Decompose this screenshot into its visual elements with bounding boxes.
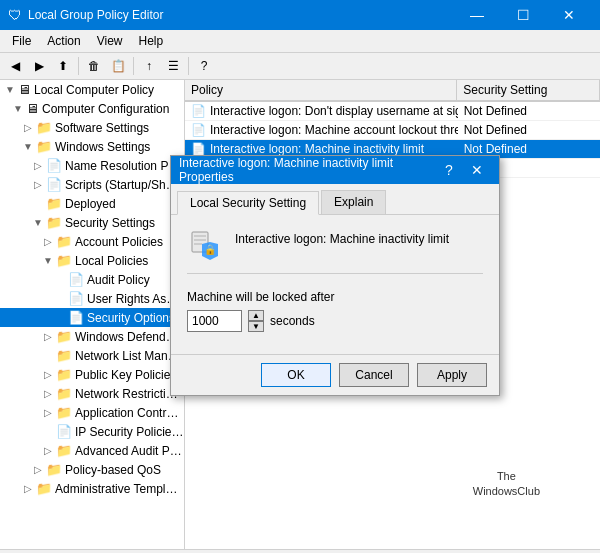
dialog-ok-button[interactable]: OK	[261, 363, 331, 387]
ss-icon: 📁	[36, 120, 52, 135]
sidebar-item-name-resolution[interactable]: ▷ 📄 Name Resolution Policy	[0, 156, 184, 175]
help-button[interactable]: ?	[193, 55, 215, 77]
dialog: Interactive logon: Machine inactivity li…	[170, 155, 500, 396]
nrp-expand-icon: ▷	[40, 388, 56, 399]
sidebar-item-software-settings[interactable]: ▷ 📁 Software Settings	[0, 118, 184, 137]
dialog-tabs: Local Security Setting Explain	[171, 184, 499, 215]
sidebar-item-deployed[interactable]: 📁 Deployed	[0, 194, 184, 213]
sidebar-item-public-key[interactable]: ▷ 📁 Public Key Policies	[0, 365, 184, 384]
sidebar-item-qos[interactable]: ▷ 📁 Policy-based QoS	[0, 460, 184, 479]
sidebar-item-security-settings[interactable]: ▼ 📁 Security Settings	[0, 213, 184, 232]
sidebar-item-account-policies[interactable]: ▷ 📁 Account Policies	[0, 232, 184, 251]
policy-row-1[interactable]: 📄 Interactive logon: Machine account loc…	[185, 121, 600, 140]
policy-setting-0: Not Defined	[458, 102, 600, 120]
lp-icon: 📁	[56, 253, 72, 268]
dialog-apply-button[interactable]: Apply	[417, 363, 487, 387]
dialog-title-controls: ? ✕	[435, 156, 491, 184]
sidebar-item-local-policies[interactable]: ▼ 📁 Local Policies	[0, 251, 184, 270]
sidebar-item-scripts[interactable]: ▷ 📄 Scripts (Startup/Shutdown)	[0, 175, 184, 194]
nr-label: Name Resolution Policy	[65, 159, 184, 173]
secsett-icon: 📁	[46, 215, 62, 230]
nl-label: Network List Manager...	[75, 349, 184, 363]
dialog-cancel-button[interactable]: Cancel	[339, 363, 409, 387]
qos-expand-icon: ▷	[30, 464, 46, 475]
export-button[interactable]: ↑	[138, 55, 160, 77]
nr-icon: 📄	[46, 158, 62, 173]
at-expand-icon: ▷	[20, 483, 36, 494]
security-setting-col-header: Security Setting	[457, 80, 600, 100]
pk-label: Public Key Policies	[75, 368, 176, 382]
dialog-policy-title: Interactive logon: Machine inactivity li…	[235, 227, 449, 248]
ws-expand-icon: ▼	[20, 141, 36, 152]
sidebar-item-windows-defender[interactable]: ▷ 📁 Windows Defender Fir...	[0, 327, 184, 346]
nl-expand-icon	[40, 350, 56, 361]
properties-button[interactable]: 📋	[107, 55, 129, 77]
menu-help[interactable]: Help	[131, 32, 172, 50]
menu-view[interactable]: View	[89, 32, 131, 50]
sidebar-item-network-restriction[interactable]: ▷ 📁 Network Restriction P...	[0, 384, 184, 403]
sc-icon: 📄	[46, 177, 62, 192]
dialog-header-row: 🔒 Interactive logon: Machine inactivity …	[187, 227, 483, 274]
sidebar-item-network-list[interactable]: 📁 Network List Manager...	[0, 346, 184, 365]
dialog-title-bar: Interactive logon: Machine inactivity li…	[171, 156, 499, 184]
menu-action[interactable]: Action	[39, 32, 88, 50]
sidebar-item-admin-templates[interactable]: ▷ 📁 Administrative Templates	[0, 479, 184, 498]
sidebar-item-advanced-audit[interactable]: ▷ 📁 Advanced Audit Policy...	[0, 441, 184, 460]
policy-col-header: Policy	[185, 80, 457, 100]
toolbar-separator-3	[188, 57, 189, 75]
dialog-value-input[interactable]	[187, 310, 242, 332]
aa-icon: 📁	[56, 443, 72, 458]
dialog-title: Interactive logon: Machine inactivity li…	[179, 156, 435, 184]
menu-file[interactable]: File	[4, 32, 39, 50]
so-label: Security Options	[87, 311, 175, 325]
policy-icon-0: 📄	[191, 104, 206, 118]
sc-expand-icon: ▷	[30, 179, 46, 190]
back-button[interactable]: ◀	[4, 55, 26, 77]
dialog-spin-buttons: ▲ ▼	[248, 310, 264, 332]
ap-icon: 📁	[56, 234, 72, 249]
root-expand-icon: ▼	[2, 84, 18, 95]
sidebar-item-user-rights[interactable]: 📄 User Rights Assign...	[0, 289, 184, 308]
tree-root[interactable]: ▼ 🖥 Local Computer Policy	[0, 80, 184, 99]
wd-expand-icon: ▷	[40, 331, 56, 342]
dep-icon: 📁	[46, 196, 62, 211]
minimize-button[interactable]: —	[454, 0, 500, 30]
dialog-tab-local-security[interactable]: Local Security Setting	[177, 191, 319, 215]
dialog-input-row: ▲ ▼ seconds	[187, 310, 483, 332]
qos-label: Policy-based QoS	[65, 463, 161, 477]
view-button[interactable]: ☰	[162, 55, 184, 77]
dep-label: Deployed	[65, 197, 116, 211]
dialog-help-button[interactable]: ?	[435, 156, 463, 184]
sidebar-item-ip-security[interactable]: 📄 IP Security Policies on...	[0, 422, 184, 441]
pk-expand-icon: ▷	[40, 369, 56, 380]
qos-icon: 📁	[46, 462, 62, 477]
forward-button[interactable]: ▶	[28, 55, 50, 77]
spin-up-button[interactable]: ▲	[248, 310, 264, 321]
ap-label: Account Policies	[75, 235, 163, 249]
spin-down-button[interactable]: ▼	[248, 321, 264, 332]
policy-row-0[interactable]: 📄 Interactive logon: Don't display usern…	[185, 102, 600, 121]
restore-button[interactable]: ☐	[500, 0, 546, 30]
dialog-close-button[interactable]: ✕	[463, 156, 491, 184]
close-button[interactable]: ✕	[546, 0, 592, 30]
root-icon: 🖥	[18, 82, 31, 97]
sidebar-item-computer-config[interactable]: ▼ 🖥 Computer Configuration	[0, 99, 184, 118]
delete-button[interactable]: 🗑	[83, 55, 105, 77]
audp-icon: 📄	[68, 272, 84, 287]
ip-label: IP Security Policies on...	[75, 425, 184, 439]
pk-icon: 📁	[56, 367, 72, 382]
nrp-label: Network Restriction P...	[75, 387, 184, 401]
svg-text:🔒: 🔒	[204, 243, 217, 256]
policy-shield-icon: 🔒	[188, 228, 224, 264]
up-button[interactable]: ⬆	[52, 55, 74, 77]
app-icon: 🛡	[8, 7, 22, 23]
sidebar-item-application-control[interactable]: ▷ 📁 Application Control P...	[0, 403, 184, 422]
lp-label: Local Policies	[75, 254, 148, 268]
sidebar-item-security-options[interactable]: 📄 Security Options	[0, 308, 184, 327]
policy-name-1: 📄 Interactive logon: Machine account loc…	[185, 121, 458, 139]
sidebar-item-audit-policy[interactable]: 📄 Audit Policy	[0, 270, 184, 289]
dialog-tab-explain[interactable]: Explain	[321, 190, 386, 214]
ac-label: Application Control P...	[75, 406, 184, 420]
policy-setting-1: Not Defined	[458, 121, 600, 139]
sidebar-item-windows-settings[interactable]: ▼ 📁 Windows Settings	[0, 137, 184, 156]
